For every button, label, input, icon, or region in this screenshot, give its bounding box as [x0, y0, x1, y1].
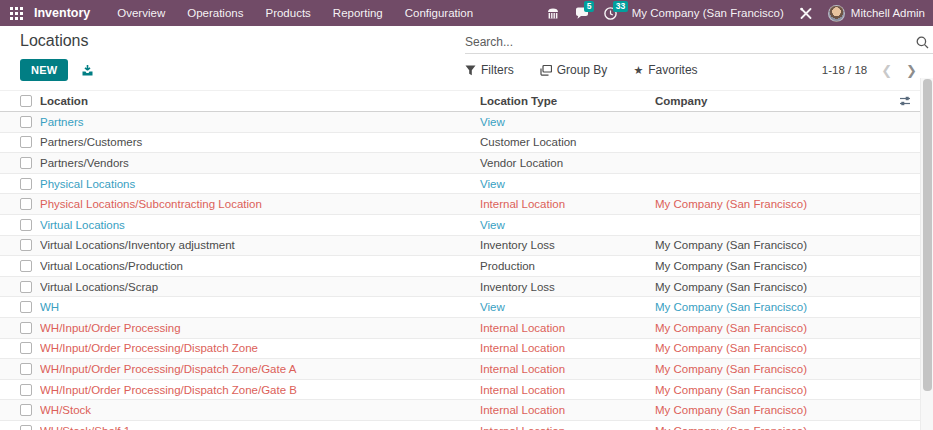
favorites-button[interactable]: ★ Favorites: [633, 63, 697, 77]
row-checkbox-cell: [0, 281, 40, 293]
row-checkbox[interactable]: [20, 136, 32, 148]
row-checkbox-cell: [0, 260, 40, 272]
debug-tools-button[interactable]: [799, 7, 813, 20]
filters-button[interactable]: Filters: [465, 63, 514, 77]
table-row[interactable]: WH/Input/Order Processing/Dispatch Zone/…: [0, 359, 920, 380]
vertical-scrollbar-thumb[interactable]: [923, 79, 932, 391]
cell-location-type: View: [480, 116, 655, 128]
group-by-button[interactable]: Group By: [540, 63, 608, 77]
menu-overview[interactable]: Overview: [106, 0, 176, 26]
storefront-icon: [546, 7, 560, 20]
row-checkbox-cell: [0, 157, 40, 169]
row-checkbox[interactable]: [20, 363, 32, 375]
row-checkbox[interactable]: [20, 198, 32, 210]
row-checkbox[interactable]: [20, 239, 32, 251]
messages-count-badge: 5: [584, 1, 595, 12]
cell-location: Virtual Locations/Production: [40, 260, 480, 272]
systray: 5 33 My Company (San Francisco): [546, 5, 925, 22]
menu-configuration[interactable]: Configuration: [394, 0, 484, 26]
search-input[interactable]: [465, 35, 916, 49]
select-all-checkbox[interactable]: [20, 95, 32, 107]
row-checkbox[interactable]: [20, 281, 32, 293]
cell-location: WH/Input/Order Processing: [40, 322, 480, 334]
table-row[interactable]: Partners View: [0, 112, 920, 133]
table-row[interactable]: Virtual Locations/Production Production …: [0, 256, 920, 277]
row-checkbox[interactable]: [20, 404, 32, 416]
table-row[interactable]: Partners/Vendors Vendor Location: [0, 153, 920, 174]
user-name: Mitchell Admin: [851, 7, 925, 19]
cell-location-type: View: [480, 178, 655, 190]
favorites-label: Favorites: [648, 63, 697, 77]
table-header-row: Location Location Type Company: [0, 90, 920, 112]
messages-button[interactable]: 5: [575, 7, 589, 20]
cell-company: My Company (San Francisco): [655, 301, 892, 313]
filter-funnel-icon: [465, 65, 476, 76]
table-row[interactable]: WH/Input/Order Processing Internal Locat…: [0, 318, 920, 339]
row-checkbox[interactable]: [20, 322, 32, 334]
row-checkbox-cell: [0, 425, 40, 430]
row-checkbox[interactable]: [20, 342, 32, 354]
storefront-button[interactable]: [546, 7, 560, 20]
row-checkbox[interactable]: [20, 178, 32, 190]
cell-location-type: Internal Location: [480, 425, 655, 430]
table-row[interactable]: WH/Input/Order Processing/Dispatch Zone …: [0, 339, 920, 360]
apps-grid-icon: [10, 7, 23, 20]
column-header-company[interactable]: Company: [655, 95, 892, 107]
new-button[interactable]: NEW: [20, 59, 68, 81]
table-row[interactable]: Virtual Locations/Scrap Inventory Loss M…: [0, 277, 920, 298]
cell-location: Virtual Locations: [40, 219, 480, 231]
cell-location-type: Internal Location: [480, 342, 655, 354]
header-checkbox-cell: [0, 95, 40, 107]
cell-location-type: Internal Location: [480, 198, 655, 210]
row-checkbox[interactable]: [20, 384, 32, 396]
table-row[interactable]: WH/Input/Order Processing/Dispatch Zone/…: [0, 380, 920, 401]
table-row[interactable]: WH View My Company (San Francisco): [0, 297, 920, 318]
table-row[interactable]: Virtual Locations View: [0, 215, 920, 236]
table-row[interactable]: Physical Locations View: [0, 174, 920, 195]
row-checkbox-cell: [0, 178, 40, 190]
vertical-scrollbar-track[interactable]: [920, 78, 933, 430]
apps-menu-button[interactable]: [0, 0, 32, 26]
cell-location: WH/Stock: [40, 404, 480, 416]
row-checkbox[interactable]: [20, 219, 32, 231]
row-checkbox-cell: [0, 136, 40, 148]
cell-location-type: View: [480, 219, 655, 231]
menu-operations[interactable]: Operations: [176, 0, 254, 26]
menu-reporting[interactable]: Reporting: [322, 0, 394, 26]
column-header-location-type[interactable]: Location Type: [480, 95, 655, 107]
company-switcher[interactable]: My Company (San Francisco): [632, 7, 784, 19]
row-checkbox[interactable]: [20, 301, 32, 313]
pager-count[interactable]: 1-18 / 18: [822, 64, 867, 76]
user-avatar: [828, 5, 845, 22]
row-checkbox[interactable]: [20, 425, 32, 430]
import-button[interactable]: [81, 64, 94, 77]
table-row[interactable]: Partners/Customers Customer Location: [0, 133, 920, 154]
activities-count-badge: 33: [613, 1, 628, 12]
pager-previous-button[interactable]: ❮: [881, 64, 892, 77]
table-row[interactable]: WH/Stock/Shelf 1 Internal Location My Co…: [0, 421, 920, 430]
search-options-row: Filters Group By ★ Favorites 1-18 / 18 ❮: [465, 63, 933, 77]
cell-company: My Company (San Francisco): [655, 425, 892, 430]
column-header-location[interactable]: Location: [40, 95, 480, 107]
row-checkbox-cell: [0, 363, 40, 375]
table-row[interactable]: Virtual Locations/Inventory adjustment I…: [0, 236, 920, 257]
search-icon[interactable]: [916, 36, 929, 49]
pager-next-button[interactable]: ❯: [906, 64, 917, 77]
app-window: Inventory Overview Operations Products R…: [0, 0, 933, 430]
cell-company: My Company (San Francisco): [655, 239, 892, 251]
activities-button[interactable]: 33: [604, 7, 617, 20]
cell-company: My Company (San Francisco): [655, 384, 892, 396]
cell-location: WH/Input/Order Processing/Dispatch Zone: [40, 342, 480, 354]
user-menu[interactable]: Mitchell Admin: [828, 5, 925, 22]
action-buttons: NEW: [20, 58, 465, 82]
table-row[interactable]: Physical Locations/Subcontracting Locati…: [0, 194, 920, 215]
row-checkbox[interactable]: [20, 260, 32, 272]
adjust-columns-icon[interactable]: [899, 95, 911, 107]
current-app-name[interactable]: Inventory: [34, 6, 90, 20]
cell-location: WH/Input/Order Processing/Dispatch Zone/…: [40, 363, 480, 375]
table-row[interactable]: WH/Stock Internal Location My Company (S…: [0, 400, 920, 421]
row-checkbox[interactable]: [20, 116, 32, 128]
row-checkbox[interactable]: [20, 157, 32, 169]
menu-products[interactable]: Products: [254, 0, 321, 26]
cell-company: My Company (San Francisco): [655, 281, 892, 293]
